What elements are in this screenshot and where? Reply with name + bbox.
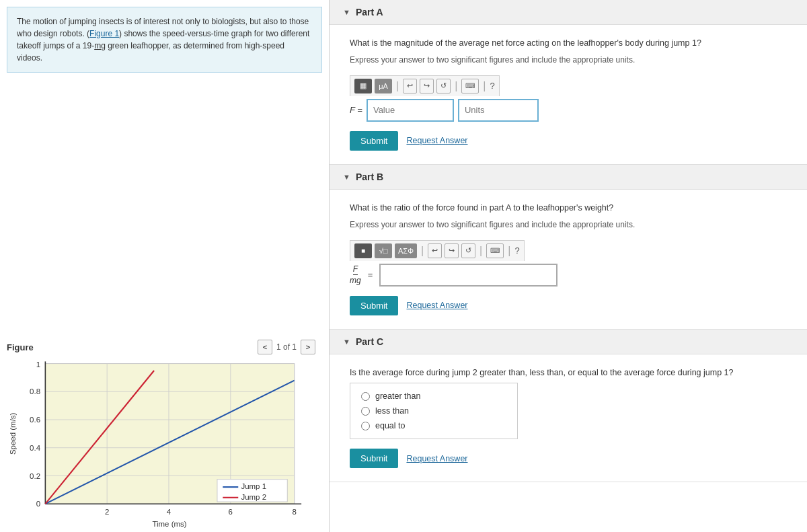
part-b-content: What is the ratio of the force found in …: [330, 190, 807, 329]
part-b-question: What is the ratio of the force found in …: [350, 202, 787, 215]
part-b-request-answer[interactable]: Request Answer: [406, 301, 467, 310]
part-a-arrow: ▼: [343, 8, 350, 16]
right-panel: ▼ Part A What is the magnitude of the av…: [330, 0, 807, 532]
toolbar-a-refresh-btn[interactable]: ↺: [436, 79, 451, 93]
part-a-value-input[interactable]: [367, 99, 454, 122]
part-b-subtext: Express your answer to two significant f…: [350, 219, 787, 231]
part-c-header[interactable]: ▼ Part C: [330, 330, 807, 354]
toolbar-a-keyboard-btn[interactable]: ⌨: [461, 79, 479, 93]
svg-text:0.8: 0.8: [30, 387, 40, 395]
toolbar-a-undo-btn[interactable]: ↩: [403, 79, 417, 93]
svg-text:8: 8: [293, 508, 297, 516]
radio-greater[interactable]: [361, 392, 370, 401]
toolbar-b-keyboard-btn[interactable]: ⌨: [486, 243, 504, 258]
part-a-section: ▼ Part A What is the magnitude of the av…: [330, 0, 807, 165]
part-a-toolbar: ▦ μΑ | ↩ ↪ ↺ | ⌨ | ?: [350, 75, 500, 96]
svg-text:6: 6: [229, 508, 233, 516]
radio-greater-label: greater than: [375, 391, 420, 401]
part-a-question: What is the magnitude of the average net…: [350, 37, 787, 50]
part-b-section: ▼ Part B What is the ratio of the force …: [330, 165, 807, 330]
svg-text:0.6: 0.6: [30, 416, 40, 424]
part-a-submit-btn[interactable]: Submit: [350, 131, 398, 151]
part-b-header[interactable]: ▼ Part B: [330, 165, 807, 190]
part-c-section: ▼ Part C Is the average force during jum…: [330, 330, 807, 483]
part-a-answer-label: F =: [350, 105, 362, 115]
toolbar-b-refresh-btn[interactable]: ↺: [461, 243, 475, 258]
radio-equal-label: equal to: [375, 421, 405, 430]
part-b-title: Part B: [356, 172, 383, 182]
part-c-submit-btn[interactable]: Submit: [350, 449, 398, 468]
chart-container: 0 0.2 0.4 0.6 0.8 1 2 4 6 8 Speed (m/s) …: [7, 360, 315, 529]
toolbar-a-sep2: |: [455, 80, 457, 92]
intro-box: The motion of jumping insects is of inte…: [7, 7, 322, 73]
next-figure-btn[interactable]: >: [301, 340, 315, 354]
svg-text:Speed (m/s): Speed (m/s): [9, 412, 17, 455]
part-c-radio-group: greater than less than equal to: [350, 383, 518, 439]
svg-text:Jump 1: Jump 1: [241, 482, 266, 490]
part-a-submit-row: Submit Request Answer: [350, 131, 787, 151]
radio-item-equal[interactable]: equal to: [361, 421, 506, 430]
svg-text:Jump 2: Jump 2: [241, 493, 266, 501]
part-b-frac-bot: mg: [350, 275, 361, 285]
part-b-submit-btn[interactable]: Submit: [350, 296, 398, 315]
part-c-content: Is the average force during jump 2 great…: [330, 354, 807, 482]
toolbar-a-help[interactable]: ?: [490, 81, 494, 91]
radio-item-less[interactable]: less than: [361, 406, 506, 416]
toolbar-b-redo-btn[interactable]: ↪: [445, 243, 459, 258]
part-a-answer-row: F =: [350, 99, 787, 122]
prev-figure-btn[interactable]: <: [258, 340, 272, 354]
part-b-toolbar: ■ √□ ΑΣΦ | ↩ ↪ ↺ | ⌨ | ?: [350, 240, 525, 261]
figure-count: 1 of 1: [276, 342, 297, 352]
part-c-question: Is the average force during jump 2 great…: [350, 367, 787, 379]
svg-text:1: 1: [36, 360, 40, 369]
part-a-request-answer[interactable]: Request Answer: [406, 136, 467, 145]
radio-equal[interactable]: [361, 422, 370, 430]
toolbar-a-mu-btn[interactable]: μΑ: [375, 79, 392, 93]
part-b-arrow: ▼: [343, 173, 350, 181]
part-a-units-input[interactable]: [458, 99, 539, 122]
toolbar-b-sqrt-btn[interactable]: √□: [375, 243, 392, 258]
svg-text:2: 2: [105, 508, 109, 516]
part-a-header[interactable]: ▼ Part A: [330, 0, 807, 25]
part-b-submit-row: Submit Request Answer: [350, 296, 787, 315]
toolbar-b-sep3: |: [508, 245, 510, 257]
svg-text:0.2: 0.2: [30, 472, 40, 480]
figure-label: Figure: [7, 342, 34, 352]
part-c-request-answer[interactable]: Request Answer: [406, 454, 467, 463]
part-c-submit-row: Submit Request Answer: [350, 449, 787, 468]
svg-text:4: 4: [167, 508, 171, 516]
figure-nav-row: Figure < 1 of 1 >: [7, 340, 315, 354]
svg-text:0: 0: [36, 500, 40, 508]
toolbar-b-sep2: |: [479, 245, 482, 257]
part-b-answer-input[interactable]: [379, 264, 558, 287]
svg-text:Time (ms): Time (ms): [152, 520, 186, 528]
figure-link[interactable]: Figure 1: [89, 29, 119, 38]
intro-text: The motion of jumping insects is of inte…: [17, 17, 309, 63]
part-c-title: Part C: [356, 336, 383, 347]
part-b-fraction-label: F mg: [350, 264, 361, 285]
toolbar-b-ase-btn[interactable]: ΑΣΦ: [395, 243, 417, 258]
toolbar-b-help[interactable]: ?: [514, 245, 519, 256]
radio-less[interactable]: [361, 407, 370, 416]
toolbar-a-sep3: |: [483, 80, 486, 92]
toolbar-a-sep1: |: [396, 80, 399, 92]
part-b-equals: =: [368, 270, 373, 280]
part-a-subtext: Express your answer to two significant f…: [350, 54, 787, 66]
part-c-arrow: ▼: [343, 338, 350, 346]
toolbar-b-undo-btn[interactable]: ↩: [428, 243, 442, 258]
part-b-answer-row: F mg =: [350, 264, 787, 287]
toolbar-a-redo-btn[interactable]: ↪: [420, 79, 434, 93]
chart-svg: 0 0.2 0.4 0.6 0.8 1 2 4 6 8 Speed (m/s) …: [7, 360, 315, 529]
part-a-title: Part A: [356, 7, 383, 17]
radio-item-greater[interactable]: greater than: [361, 391, 506, 401]
toolbar-b-sep1: |: [421, 245, 424, 257]
part-b-frac-top: F: [353, 264, 358, 275]
toolbar-a-grid-btn[interactable]: ▦: [354, 79, 372, 93]
svg-text:0.4: 0.4: [30, 444, 41, 452]
part-a-content: What is the magnitude of the average net…: [330, 25, 807, 164]
toolbar-b-square-btn[interactable]: ■: [354, 243, 372, 258]
radio-less-label: less than: [375, 406, 409, 416]
